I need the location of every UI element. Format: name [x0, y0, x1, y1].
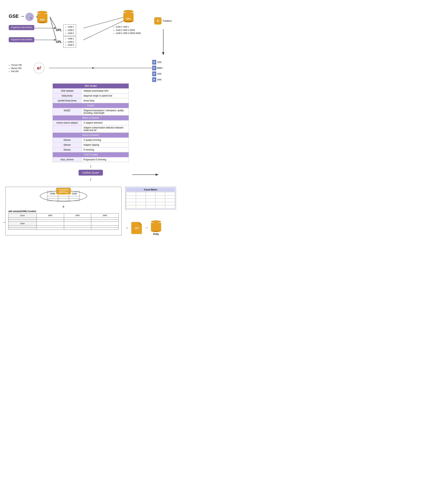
data-cell [37, 228, 64, 230]
tool-name: VDB Validate [53, 89, 82, 93]
gene-label: Gene [9, 214, 37, 218]
gsm-cell [69, 198, 80, 201]
tool-desc: 3' adaptor detection [82, 120, 129, 125]
plus-sign: + [8, 204, 119, 209]
empty-label [9, 220, 37, 222]
count-matrix-box: Count Matrix [125, 187, 176, 210]
gene-label-2: Gene [9, 222, 37, 226]
gpl-block-2: GPL GSM 1 GSM 2 GSM 3 [56, 36, 76, 48]
gsm-item: GSM 1 [68, 25, 74, 29]
gsm-list-2: GSM 1 GSM 2 GSM 3 [63, 36, 76, 48]
table-row: Skewer 3' quality trimming [53, 138, 129, 143]
file-icon: 📄 [152, 77, 156, 82]
table-row: fastx_trimmer Progressive 5' trimming [53, 157, 129, 162]
data-cell [37, 218, 64, 220]
gct-polly-row: → .gct → Polly [125, 220, 176, 235]
tool-name: Skewer [53, 143, 82, 147]
minion-header-row: Minion & Bowtie2 [53, 116, 129, 120]
gsm-cell [58, 196, 69, 198]
tool-desc: diagnose single or paired end [82, 93, 129, 98]
curation-label: Cuaration GEOTron [56, 188, 71, 194]
gsm-cell [47, 196, 58, 198]
tool-desc: Progressive 5' trimming [82, 157, 129, 162]
srr-label: SRR [157, 78, 162, 81]
fastx-header: FASTX-Toolkit [53, 152, 129, 157]
curation-oval: Cuaration GEOTron GSM GSM GSM [40, 191, 87, 201]
data-cell [91, 218, 119, 220]
data-cell [91, 220, 119, 222]
data-cell [37, 222, 64, 226]
org-detect-2-label: Organism Auta Detect [9, 37, 34, 42]
table-row [126, 205, 175, 209]
srr-file-row: 📄 SRR [152, 66, 162, 70]
tool-name: Skewer [53, 138, 82, 143]
table-row [9, 220, 119, 222]
down-arrow-toolkit: ↓ [53, 163, 129, 168]
table-row: fastQC Diagnose basespace / colorspace, … [53, 108, 129, 116]
org-detect-2: Organism Auta Detect [9, 37, 34, 42]
toolkit-table: SRA Toolkit VDB Validate Validate downlo… [53, 83, 129, 162]
curation-oval-wrapper: Cuaration GEOTron GSM GSM GSM [8, 191, 119, 201]
gse-label: GSE → [9, 13, 25, 19]
gsm-cell [47, 198, 58, 201]
gsm-list-1: GSM 1 GSM 2 GSM 3 [63, 24, 76, 36]
data-cell [37, 226, 64, 228]
table-row [9, 226, 119, 228]
gsm-item: GSM 1 [68, 37, 74, 40]
srr-file-row: 📄 SRR [152, 77, 162, 82]
tool-name [53, 125, 82, 133]
sra-toolkit-section: SRA Toolkit VDB Validate Validate downlo… [53, 83, 129, 168]
arrow-to-polly: → [145, 226, 148, 230]
data-cell [91, 228, 119, 230]
data-cell [64, 218, 91, 220]
tool-desc: Adaptor contamination detection between … [82, 125, 129, 133]
bottom-section: Cuaration GEOTron GSM GSM GSM [5, 187, 176, 235]
sra-info-item: GSM 1: SRR 1 [116, 25, 141, 29]
tool-desc: dump fastq [82, 98, 129, 103]
table-row: Adaptor contamination detection between … [53, 125, 129, 133]
table-row: parallel-fastq-dump dump fastq [53, 98, 129, 103]
table-row [126, 196, 175, 199]
tool-name: fastq-dump [53, 93, 82, 98]
srr-file-row: 📄 SRR [152, 72, 162, 76]
prefetch-label: Prefetch [163, 19, 172, 22]
polly-label: Polly [153, 233, 159, 235]
data-cell [64, 226, 91, 228]
file-icon: 📄 [152, 66, 156, 70]
empty-label [9, 218, 37, 220]
toolkit-title: SRA Toolkit [53, 84, 129, 89]
table-row [126, 202, 175, 205]
table-row [126, 199, 175, 202]
tool-name: fastx_trimmer [53, 157, 82, 162]
kallisto-button[interactable]: Kaililsto Quant [78, 170, 103, 176]
gsm-item: GSM 3 [68, 32, 74, 35]
fastqc-header-row: FastQC [53, 103, 129, 108]
sample-curation-label: add sample(GSM) Curation [8, 210, 119, 213]
gsm-item: GSM 3 [68, 44, 74, 47]
minion-header-2: Minion & Bowtie2 [53, 133, 129, 138]
fastx-header-row: FASTX-Toolkit [53, 152, 129, 157]
download-icon[interactable]: ⬇ [154, 17, 162, 24]
table-row: Skewer Adaptor clipping [53, 143, 129, 147]
srr-header: SRR [37, 214, 64, 218]
version-item: Mouse V90 [11, 67, 22, 70]
table-row [9, 218, 119, 220]
sample-curation-area: add sample(GSM) Curation Gene SRR SRR SR… [8, 210, 119, 230]
tool-name: minion search adaptor [53, 120, 82, 125]
minion-header-1: Minion & Bowtie2 [53, 116, 129, 120]
tool-desc: Validate downloaded SRA [82, 89, 129, 93]
table-row: VDB Validate Validate downloaded SRA [53, 89, 129, 93]
srr-file-row: 📄 SRR [152, 60, 162, 65]
table-row: Gene SRR SRR SRR [9, 214, 119, 218]
tool-desc: 5' trimming [82, 147, 129, 152]
srr-label: SRR [157, 73, 162, 75]
sra-info-item: GSM 3: SRR 4 SRR5 SRR6 [116, 32, 141, 35]
emboss-icon: e! [34, 63, 44, 73]
tool-desc: Diagnose basespace / colorspace, quality… [82, 108, 129, 116]
tool-name: Skewer [53, 147, 82, 152]
tool-name: fastQC [53, 108, 82, 116]
gsm-item: GSM 2 [68, 40, 74, 44]
table-row: minion search adaptor 3' adaptor detecti… [53, 120, 129, 125]
data-cell [64, 222, 91, 226]
data-cell [91, 222, 119, 226]
